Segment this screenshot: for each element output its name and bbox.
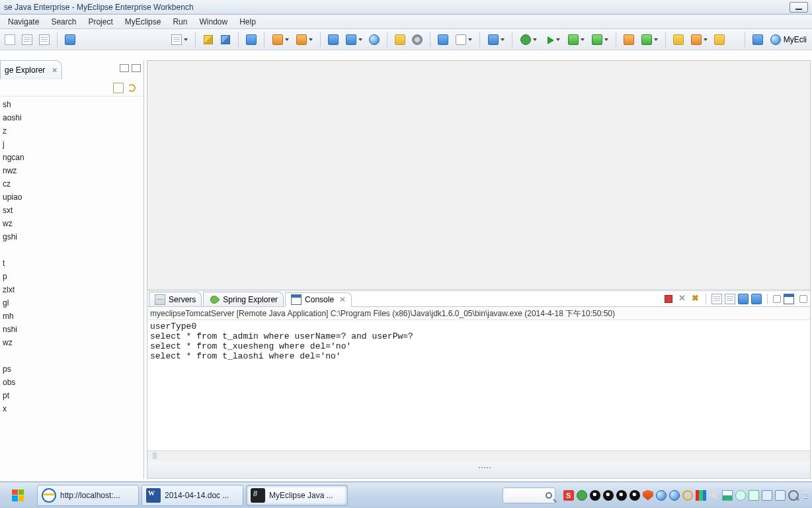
package-explorer-item[interactable]: nwz	[3, 164, 141, 177]
package-explorer-item[interactable]: t	[3, 257, 141, 270]
remove-launch-icon[interactable]: ✕	[676, 294, 687, 304]
action-center-icon[interactable]	[696, 490, 706, 501]
open-resource-icon[interactable]	[3, 32, 17, 47]
package-explorer-item[interactable]: aoshi	[3, 111, 141, 124]
open-console-icon[interactable]	[773, 295, 781, 303]
package-explorer-item[interactable]: sh	[3, 98, 141, 111]
package-explorer-item[interactable]: nshi	[3, 323, 141, 336]
tray-app2-icon[interactable]	[669, 490, 680, 501]
network-icon[interactable]	[722, 490, 733, 501]
deploy2-icon[interactable]	[343, 32, 364, 47]
magnifier-icon[interactable]	[788, 490, 799, 501]
minimize-view-icon[interactable]	[120, 64, 129, 72]
package-explorer-item[interactable]: sxt	[3, 204, 141, 217]
gear-folder-icon[interactable]	[410, 32, 425, 47]
minimize-button[interactable]	[790, 2, 808, 13]
calendar-icon[interactable]	[244, 32, 259, 47]
remove-all-icon[interactable]: ✖	[690, 294, 700, 304]
debug-icon[interactable]	[518, 32, 539, 47]
console-output[interactable]: userType0 select * from t_admin where us…	[147, 320, 810, 450]
save-icon[interactable]	[20, 32, 34, 47]
open-folder2-icon[interactable]	[712, 32, 727, 47]
update-icon[interactable]	[682, 490, 693, 501]
package-explorer-item[interactable]: wz	[3, 336, 141, 349]
folder-open-icon[interactable]	[393, 32, 407, 47]
qq4-icon[interactable]	[629, 490, 640, 501]
package-explorer-item[interactable]: ngcan	[3, 151, 141, 164]
image-icon[interactable]	[485, 32, 507, 47]
tab-servers[interactable]: Servers	[149, 292, 202, 306]
sash-handle-icon[interactable]	[479, 467, 495, 471]
print-icon[interactable]	[37, 32, 52, 47]
maximize-view-icon[interactable]	[132, 64, 141, 72]
pencil-icon[interactable]	[688, 32, 710, 47]
tray-app1-icon[interactable]	[656, 490, 667, 501]
taskbar-search[interactable]	[503, 487, 555, 503]
package-explorer-item[interactable]: wz	[3, 217, 141, 230]
tab-spring-explorer[interactable]: Spring Explorer	[203, 292, 284, 306]
console-hscrollbar[interactable]	[147, 450, 810, 460]
refresh-grid-icon[interactable]	[639, 32, 660, 47]
package-explorer-tree[interactable]: shaoshizjngcannwzczupiaosxtwzgshitpzlxtg…	[0, 97, 143, 479]
tray-green-icon[interactable]	[577, 490, 587, 501]
menu-project[interactable]: Project	[83, 16, 118, 28]
browser-icon[interactable]	[367, 32, 382, 47]
qq3-icon[interactable]	[616, 490, 627, 501]
package-box-icon[interactable]	[201, 32, 216, 47]
package-explorer-item[interactable]: cz	[3, 177, 141, 190]
pin-console-icon[interactable]	[738, 294, 749, 304]
display-icon[interactable]	[762, 490, 772, 501]
deploy1-icon[interactable]	[326, 32, 341, 47]
package-explorer-item[interactable]: upiao	[3, 190, 141, 204]
package-explorer-item[interactable]: gl	[3, 296, 141, 310]
menu-window[interactable]: Window	[194, 16, 233, 28]
run-ext2-icon[interactable]	[589, 32, 610, 47]
taskbar-item-ie[interactable]: http://localhost:...	[37, 485, 139, 506]
qq-icon[interactable]	[590, 490, 600, 501]
menu-navigate[interactable]: Navigate	[3, 16, 44, 28]
scroll-lock-icon[interactable]	[725, 294, 735, 304]
perspective-myeclipse[interactable]: MyEcli	[768, 34, 809, 45]
package-explorer-item[interactable]	[3, 349, 141, 362]
package-explorer-item[interactable]	[3, 243, 141, 257]
start-button[interactable]	[0, 482, 36, 509]
menu-help[interactable]: Help	[234, 16, 261, 28]
package-box2-icon[interactable]	[218, 32, 233, 47]
terminate-icon[interactable]	[665, 295, 672, 303]
collapse-all-icon[interactable]	[113, 83, 124, 93]
package-explorer-item[interactable]: j	[3, 138, 141, 151]
security-icon[interactable]	[643, 490, 653, 501]
db-icon[interactable]	[436, 32, 450, 47]
binary-icon[interactable]	[63, 32, 77, 47]
link-editor-icon[interactable]	[128, 84, 136, 92]
package-explorer-tab[interactable]: ge Explorer ✕	[0, 60, 62, 79]
close-icon[interactable]: ✕	[52, 66, 58, 75]
qq2-icon[interactable]	[603, 490, 614, 501]
volume-icon[interactable]	[709, 490, 719, 501]
wand1-icon[interactable]	[270, 32, 291, 47]
menu-run[interactable]: Run	[167, 16, 192, 28]
run-icon[interactable]	[542, 32, 563, 47]
menu-myeclipse[interactable]: MyEclipse	[120, 16, 167, 28]
package-explorer-item[interactable]: gshi	[3, 230, 141, 243]
display2-icon[interactable]	[775, 490, 786, 501]
taskbar-item-myeclipse[interactable]: MyEclipse Java ...	[246, 485, 348, 506]
new-wizard-icon[interactable]	[169, 32, 190, 47]
grid-icon[interactable]	[622, 32, 636, 47]
package-explorer-item[interactable]: x	[3, 402, 141, 415]
db-link-icon[interactable]	[453, 32, 474, 47]
display-selected-icon[interactable]	[751, 294, 762, 304]
battery-icon[interactable]	[749, 490, 759, 501]
package-explorer-item[interactable]: ps	[3, 362, 141, 376]
min-view-icon[interactable]	[799, 295, 807, 303]
package-explorer-item[interactable]: mh	[3, 310, 141, 323]
taskbar-item-word[interactable]: 2014-04-14.doc ...	[142, 485, 243, 506]
package-explorer-item[interactable]: obs	[3, 376, 141, 389]
close-icon[interactable]: ✕	[339, 295, 346, 304]
menu-search[interactable]: Search	[46, 16, 81, 28]
open-perspective-icon[interactable]	[751, 32, 765, 47]
clock-icon[interactable]	[735, 490, 746, 501]
package-explorer-item[interactable]: p	[3, 270, 141, 283]
taskbar-clock[interactable]: 2	[801, 491, 808, 499]
tab-console[interactable]: Console ✕	[285, 292, 352, 307]
